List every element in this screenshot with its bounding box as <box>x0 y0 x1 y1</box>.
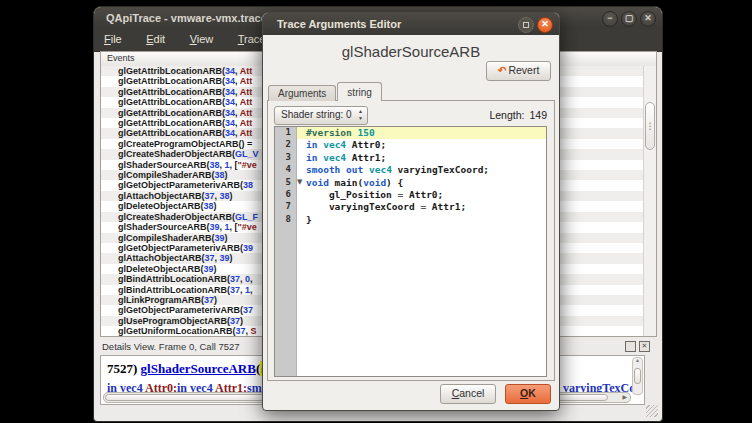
maximize-button[interactable]: ▢ <box>621 11 637 27</box>
line-number: 7 <box>275 201 296 213</box>
details-segment: 7527) <box>107 361 141 376</box>
code-segment: smooth <box>306 164 340 175</box>
menu-edit-mnemonic: E <box>146 33 153 45</box>
details-vertical-scrollbar[interactable]: ▲ <box>632 357 643 395</box>
tab-string[interactable]: string <box>337 82 381 101</box>
code-line: varyingTexCoord = Attr1; <box>297 201 546 213</box>
event-segment: Att <box>240 66 253 76</box>
code-line: smooth out vec4 varyingTexCoord; <box>297 164 546 176</box>
resize-grip[interactable] <box>646 405 658 417</box>
event-segment: 34 <box>225 97 235 107</box>
event-segment: glAttachObjectARB( <box>118 253 205 263</box>
function-heading: glShaderSourceARB <box>263 43 559 60</box>
minimize-button[interactable]: − <box>602 11 618 27</box>
code-segment: varyingTexCoord; <box>392 164 489 175</box>
menu-view[interactable]: View <box>180 29 224 51</box>
event-segment: 39 <box>220 253 230 263</box>
tab-arguments[interactable]: Arguments <box>268 85 336 101</box>
event-segment: glCreateShaderObjectARB( <box>118 149 235 159</box>
code-segment: Attr1; <box>346 152 386 163</box>
dialog-restore-button[interactable] <box>518 17 534 33</box>
revert-button[interactable]: ↶Revert <box>486 61 551 81</box>
event-segment: glLinkProgramARB( <box>118 295 204 305</box>
code-line: gl_Position = Attr0; <box>297 189 546 201</box>
event-segment: glCompileShaderARB( <box>118 170 215 180</box>
fold-marker-icon[interactable]: ▼ <box>297 178 302 186</box>
shader-string-value: Shader string: 0 <box>281 109 352 120</box>
code-segment: vec4 <box>323 139 346 150</box>
close-button[interactable]: ✕ <box>640 11 656 27</box>
scroll-right-arrow-icon[interactable]: ▶ <box>622 393 627 401</box>
code-segment: vec4 <box>369 164 392 175</box>
line-number: 1 <box>275 127 296 139</box>
event-segment: , <box>250 285 253 295</box>
event-segment: Att <box>240 97 253 107</box>
line-number: 6 <box>275 189 296 201</box>
dialog-titlebar[interactable]: Trace Arguments Editor ✕ <box>263 13 559 35</box>
dialog-title: Trace Arguments Editor <box>277 18 401 30</box>
event-segment: 39 <box>210 222 220 232</box>
event-segment: glGetObjectParameterivARB( <box>118 243 243 253</box>
event-segment: glBindAttribLocationARB( <box>118 285 230 295</box>
event-segment: S <box>251 326 257 336</box>
details-segment: glShaderSourceARB <box>141 361 256 376</box>
spinner-arrows-icon[interactable]: ▲▼ <box>358 108 363 122</box>
event-segment: glUseProgramObjectARB( <box>118 316 230 326</box>
event-segment: 37 <box>230 285 240 295</box>
events-vertical-scrollbar[interactable]: ••• <box>643 66 656 336</box>
event-segment: 38 <box>204 201 214 211</box>
code-area[interactable]: #version 150in vec4 Attr0;in vec4 Attr1;… <box>297 127 546 376</box>
line-number: 4 <box>275 164 296 176</box>
event-segment: 34 <box>225 66 235 76</box>
event-segment: glCompileShaderARB( <box>118 233 215 243</box>
event-segment: glGetUniformLocationARB( <box>118 326 236 336</box>
screen: QApiTrace - vmware-vmx.trace − ▢ ✕ File … <box>0 0 752 423</box>
code-segment: vec4 <box>323 152 346 163</box>
event-segment: ) <box>230 253 233 263</box>
event-segment: 34 <box>225 118 235 128</box>
event-segment: GL_V <box>235 149 259 159</box>
event-segment: ) <box>240 316 243 326</box>
code-line: #version 150 <box>297 127 546 139</box>
event-segment: 34 <box>225 108 235 118</box>
code-segment: 150 <box>358 127 375 138</box>
event-segment: 34 <box>225 128 235 138</box>
shader-string-spinbox[interactable]: Shader string: 0 ▲▼ <box>274 106 368 125</box>
dock-float-icon[interactable] <box>625 341 636 352</box>
event-segment: glShaderSourceARB( <box>118 222 210 232</box>
details-view-label: Details View. Frame 0, Call 7527 <box>102 341 240 352</box>
event-segment: glDeleteObjectARB( <box>118 201 204 211</box>
event-segment: 37 <box>205 191 215 201</box>
event-segment: glGetObjectParameterivARB( <box>118 305 243 315</box>
code-segment: #version <box>306 127 352 138</box>
event-segment: Att <box>240 87 253 97</box>
event-segment: glGetAttribLocationARB( <box>118 118 225 128</box>
dock-close-icon[interactable]: ✕ <box>639 341 650 352</box>
code-segment: in <box>306 139 317 150</box>
event-segment: 37 <box>204 295 214 305</box>
event-segment: glGetAttribLocationARB( <box>118 76 225 86</box>
event-segment: 39 <box>215 233 225 243</box>
code-line: in vec4 Attr1; <box>297 152 546 164</box>
code-segment: } <box>306 214 312 225</box>
scrollbar-thumb[interactable]: ••• <box>645 102 655 150</box>
event-segment: , <box>250 274 253 284</box>
ok-button[interactable]: OK <box>505 384 551 404</box>
scrollbar-thumb[interactable] <box>634 368 641 384</box>
event-segment: 39 <box>204 264 214 274</box>
event-segment: , [ <box>230 222 238 232</box>
length-label: Length: <box>489 109 524 121</box>
event-segment: 39 <box>243 243 253 253</box>
event-segment: glAttachObjectARB( <box>118 191 205 201</box>
dialog-close-button[interactable]: ✕ <box>537 17 553 33</box>
cancel-button[interactable]: Cancel <box>440 384 496 404</box>
revert-label: Revert <box>508 64 539 76</box>
event-segment: ) <box>230 191 233 201</box>
menu-file-mnemonic: F <box>104 33 111 45</box>
menu-file[interactable]: File <box>94 29 132 51</box>
shader-source-editor[interactable]: 12345678 #version 150in vec4 Attr0;in ve… <box>274 126 547 377</box>
menu-view-mnemonic: V <box>190 33 197 45</box>
menu-edit[interactable]: Edit <box>136 29 175 51</box>
ok-label: K <box>528 387 536 399</box>
event-segment: glCreateShaderObjectARB( <box>118 212 235 222</box>
